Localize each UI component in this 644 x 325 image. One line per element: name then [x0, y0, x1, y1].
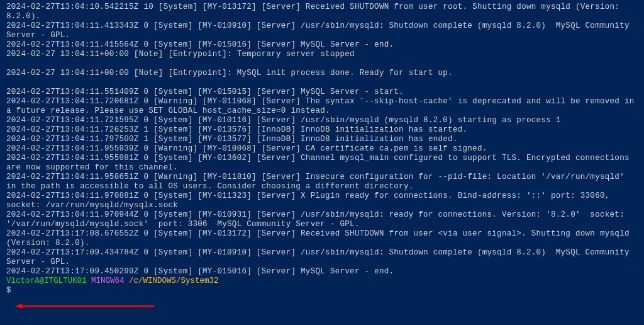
log-line: 2024-02-27T13:04:11.551409Z 0 [System] [… — [6, 88, 638, 97]
log-line: 2024-02-27T13:04:11.955939Z 0 [Warning] … — [6, 144, 638, 154]
log-line — [6, 59, 638, 69]
log-line — [6, 78, 638, 88]
log-line: 2024-02-27 13:04:11+00:00 [Note] [Entryp… — [6, 50, 638, 59]
prompt-user-host: VictorA@ITGLTUK01 — [6, 277, 87, 285]
log-line: 2024-02-27T13:04:11.970944Z 0 [System] [… — [6, 210, 638, 229]
log-line: 2024-02-27T13:04:11.721595Z 0 [System] [… — [6, 116, 638, 125]
svg-marker-1 — [14, 304, 22, 309]
prompt-path: /c/WINDOWS/System32 — [129, 277, 219, 285]
prompt-os: MINGW64 — [91, 277, 125, 285]
log-line: 2024-02-27T13:04:11.797500Z 1 [System] [… — [6, 135, 638, 144]
log-line: 2024-02-27 13:04:11+00:00 [Note] [Entryp… — [6, 69, 638, 78]
prompt-symbol: $ — [6, 286, 11, 295]
log-line: 2024-02-27T13:04:11.955981Z 0 [System] [… — [6, 154, 638, 173]
log-line: 2024-02-27T13:04:11.720681Z 0 [Warning] … — [6, 97, 638, 116]
log-line: 2024-02-27T13:04:11.415564Z 0 [System] [… — [6, 40, 638, 50]
log-line: 2024-02-27T13:04:11.958651Z 0 [Warning] … — [6, 173, 638, 191]
log-line: 2024-02-27T13:17:09.434784Z 0 [System] [… — [6, 248, 638, 267]
log-line: 2024-02-27T13:17:09.450299Z 0 [System] [… — [6, 267, 638, 277]
arrow-icon — [14, 303, 154, 309]
log-line: 2024-02-27T13:04:11.726253Z 1 [System] [… — [6, 125, 638, 135]
log-line: 2024-02-27T13:04:11.413343Z 0 [System] [… — [6, 21, 638, 40]
terminal-output: 2024-02-27T13:04:10.542215Z 10 [System] … — [6, 3, 638, 277]
log-line: 2024-02-27T13:04:10.542215Z 10 [System] … — [6, 3, 638, 21]
shell-prompt[interactable]: VictorA@ITGLTUK01 MINGW64 /c/WINDOWS/Sys… — [6, 277, 638, 295]
log-line: 2024-02-27T13:17:08.676552Z 0 [System] [… — [6, 229, 638, 248]
annotation-arrow — [14, 303, 154, 309]
log-line: 2024-02-27T13:04:11.970881Z 0 [System] [… — [6, 191, 638, 210]
